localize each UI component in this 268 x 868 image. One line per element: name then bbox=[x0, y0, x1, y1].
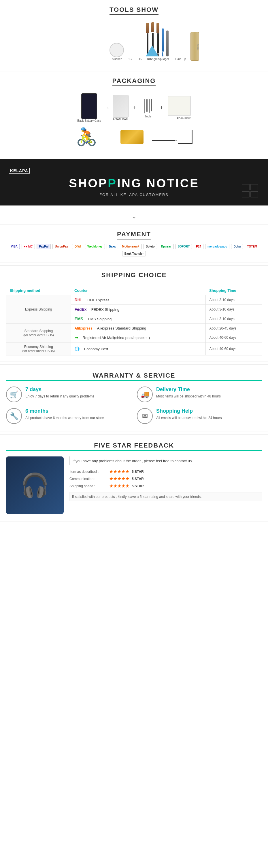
sucker-label: Sucker bbox=[112, 57, 122, 61]
pkg-foam-bag: FOAM BAG bbox=[113, 95, 129, 121]
star-rating-item: 5 STAR bbox=[132, 470, 144, 474]
packaging-row-1: Back Battery Case → FOAM BAG + Tools + bbox=[6, 93, 262, 122]
payment-section: PAYMENT VISA ●● MC PayPal UnionPay QIWI … bbox=[0, 224, 268, 262]
decorative-grid bbox=[242, 184, 259, 200]
label-spudger: Spudger bbox=[158, 58, 169, 61]
headset-icon: 🎧 bbox=[21, 472, 49, 499]
paypal-logo: PayPal bbox=[36, 244, 51, 249]
delivery-icon: 🚴 bbox=[76, 127, 98, 147]
tools-show-section: TOOLS SHOW Sucker bbox=[0, 0, 268, 68]
sofort-logo: SOFORT bbox=[176, 244, 192, 249]
star-row-ship: Shipping speed : ★★★★★ 5 STAR bbox=[70, 483, 262, 489]
svg-rect-1 bbox=[251, 184, 258, 190]
payment-logos-container: VISA ●● MC PayPal UnionPay QIWI WebMoney… bbox=[6, 244, 262, 256]
ali-time: About 20-45 days bbox=[206, 324, 262, 333]
col-time: Shopping Time bbox=[206, 286, 262, 295]
tape-shape: 3M 200 bbox=[190, 32, 199, 61]
tool-triangle: Triangle bbox=[146, 45, 159, 61]
payment-title: PAYMENT bbox=[117, 230, 151, 240]
col-courier: Courier bbox=[71, 286, 206, 295]
shipping-table: Shipping method Courier Shopping Time Ex… bbox=[6, 286, 262, 355]
sucker-shape bbox=[109, 43, 124, 57]
svg-rect-2 bbox=[242, 191, 249, 197]
title-shop: SHOP bbox=[69, 177, 108, 190]
svg-rect-3 bbox=[251, 191, 258, 197]
pkg-gold bbox=[120, 130, 143, 144]
method-economy: Economy Shipping(for order under USD5) bbox=[6, 342, 71, 355]
courier-ems: EMS EMS Shipping bbox=[71, 314, 206, 324]
star-row-item: Item as described : ★★★★★ 5 STAR bbox=[70, 469, 262, 474]
star-label-item: Item as described : bbox=[70, 470, 107, 474]
ems-logo-icon: EMS bbox=[75, 317, 83, 321]
un-time: About 40-60 days bbox=[206, 342, 262, 355]
unionpay-logo: UnionPay bbox=[52, 244, 70, 249]
aliexpress-logo-icon: AliExpress bbox=[75, 327, 92, 331]
table-row: Standard Shipping(for order over USD5) A… bbox=[6, 324, 262, 333]
plus-2: + bbox=[160, 104, 163, 112]
pkg-delivery: 🚴 bbox=[76, 127, 98, 147]
privat-logo: Приват bbox=[159, 244, 174, 249]
courier-un: 🌐 Economy Post bbox=[71, 342, 206, 355]
warranty-6months-text: All products have 6 months warranty from… bbox=[25, 415, 104, 421]
feedback-image: 🎧 bbox=[6, 457, 64, 514]
reg-time: About 40-60 days bbox=[206, 333, 262, 342]
stars-ship: ★★★★★ bbox=[109, 483, 129, 489]
phone-box-shape bbox=[81, 93, 97, 119]
warranty-icon-mail: ✉ bbox=[137, 408, 153, 424]
foam-bag-shape bbox=[113, 95, 129, 118]
shopping-notice-subtitle: FOR ALL KELAPA CUSTOMERS bbox=[6, 192, 262, 197]
fedex-name: FEDEX Shipping bbox=[91, 307, 119, 312]
warranty-item-help: ✉ Shopping Help All emails will be answe… bbox=[137, 408, 262, 424]
tools-image-area: Sucker bbox=[6, 19, 262, 62]
col-method: Shipping method bbox=[6, 286, 71, 295]
pkg-phone-label: Back Battery Case bbox=[77, 119, 101, 122]
tool-sucker: Sucker bbox=[109, 43, 124, 61]
ems-time: About 3-10 days bbox=[206, 314, 262, 324]
foam-box-shape: FOAM BOX bbox=[168, 96, 191, 120]
visa-logo: VISA bbox=[9, 244, 20, 249]
warranty-6months-title: 6 months bbox=[25, 408, 104, 414]
totem-logo: TOTEM bbox=[245, 244, 259, 249]
method-express: Express Shipping bbox=[6, 295, 71, 324]
feedback-intro: if you have any problems about the order… bbox=[70, 457, 262, 465]
bank-transfer-logo: Bank Transfer bbox=[122, 251, 146, 256]
courier-ali: AliExpress Aliexpress Standard Shipping bbox=[71, 324, 206, 333]
warranty-icon-wrench: 🔧 bbox=[6, 408, 22, 424]
table-row: Economy Shipping(for order under USD5) 🌐… bbox=[6, 342, 262, 355]
courier-fedex: FedEx FEDEX Shipping bbox=[71, 305, 206, 314]
reg-name: Registered Air Mail(china post/e packet … bbox=[83, 336, 150, 340]
warranty-section: WARRANTY & SERVICE 🛒 7 days Enjoy 7 days… bbox=[0, 364, 268, 431]
warranty-title: WARRANTY & SERVICE bbox=[6, 372, 262, 381]
foam-bag-label: FOAM BAG bbox=[113, 118, 128, 121]
webmoney-logo: WebMoney bbox=[85, 244, 105, 249]
tools-show-title: TOOLS SHOW bbox=[109, 6, 159, 15]
qiwi-logo: QIWI bbox=[72, 244, 83, 249]
courier-dhl: DHL DHL Express bbox=[71, 295, 206, 305]
warranty-delivery-title: Delivery Time bbox=[156, 386, 221, 393]
pkg-arrow: → bbox=[152, 140, 175, 141]
dhl-name: DHL Express bbox=[87, 298, 109, 302]
reg-logo-icon: ⇒ bbox=[75, 335, 78, 340]
label-12: 1.2 bbox=[128, 58, 132, 61]
warranty-7days-title: 7 days bbox=[25, 386, 94, 393]
mercado-logo: mercado pago bbox=[205, 244, 230, 249]
warranty-item-6months: 🔧 6 months All products have 6 months wa… bbox=[6, 408, 131, 424]
method-standard: Standard Shipping(for order over USD5) bbox=[6, 324, 71, 342]
tools-icon-shape bbox=[141, 98, 155, 115]
warranty-content-help: Shopping Help All emails will be answere… bbox=[156, 408, 222, 421]
mastercard-logo: ●● MC bbox=[22, 244, 35, 249]
pkg-foam-box: FOAM BOX bbox=[168, 96, 191, 120]
un-logo-icon: 🌐 bbox=[75, 346, 80, 351]
feedback-right: if you have any problems about the order… bbox=[70, 457, 262, 501]
bank-logo: Банк bbox=[107, 244, 118, 249]
warranty-item-7days: 🛒 7 days Enjoy 7 days to return if any q… bbox=[6, 386, 131, 402]
title-ing-notice: ING NOTICE bbox=[117, 177, 199, 190]
warranty-help-text: All emails will be answered within 24 ho… bbox=[156, 415, 222, 421]
label-glue: Glue Tip bbox=[175, 58, 186, 61]
shopping-notice-section: KELAPA SHOPPING NOTICE FOR ALL KELAPA CU… bbox=[0, 159, 268, 206]
warranty-delivery-text: Most items will be shipped within 48 hou… bbox=[156, 394, 221, 399]
shipping-section: SHIPPING CHOICE Shipping method Courier … bbox=[0, 265, 268, 362]
ems-name: EMS Shipping bbox=[88, 317, 111, 321]
fedex-time: About 3-10 days bbox=[206, 305, 262, 314]
warranty-grid: 🛒 7 days Enjoy 7 days to return if any q… bbox=[6, 386, 262, 424]
